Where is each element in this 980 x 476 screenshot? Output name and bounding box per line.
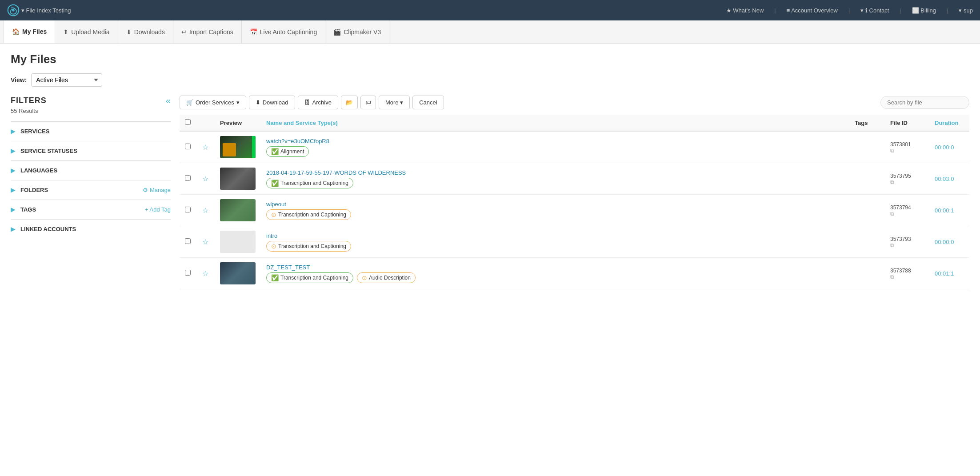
table-row: ☆ intro ⊙ Transcription and Captioning [180, 226, 969, 258]
row-checkbox[interactable] [185, 270, 191, 276]
archive-button[interactable]: 🗄 Archive [298, 96, 338, 109]
copy-icon[interactable]: ⧉ [890, 242, 924, 248]
filter-services-header[interactable]: ▶ SERVICES [11, 126, 171, 136]
archive-icon: 🗄 [304, 99, 310, 106]
row-preview-cell [215, 131, 261, 163]
filter-services-label: SERVICES [20, 128, 50, 135]
file-name-link[interactable]: wipeout [266, 201, 286, 208]
download-button[interactable]: ⬇ Download [249, 96, 295, 109]
filter-languages-header[interactable]: ▶ LANGUAGES [11, 165, 171, 176]
clock-icon: ⊙ [362, 274, 367, 281]
cart-icon: 🛒 [186, 99, 193, 106]
copy-icon[interactable]: ⧉ [890, 179, 924, 185]
support-link[interactable]: ▾ sup [959, 7, 973, 14]
tab-my-files[interactable]: 🏠 My Files [4, 20, 55, 43]
chevron-right-icon: ▶ [11, 148, 15, 154]
row-checkbox-cell [180, 131, 196, 163]
row-file-id-cell: 3573793 ⧉ [885, 226, 929, 258]
preview-thumbnail [220, 231, 256, 253]
row-duration-cell: 00:03:0 [929, 163, 969, 195]
file-name-link[interactable]: watch?v=e3uOMCfopR8 [266, 138, 329, 144]
billing-link[interactable]: ⬜ Billing [912, 7, 936, 14]
chevron-right-icon: ▶ [11, 167, 15, 174]
col-header-checkbox [180, 115, 196, 131]
row-tags-cell [849, 195, 885, 226]
app-logo[interactable] [7, 4, 20, 16]
row-name-cell: intro ⊙ Transcription and Captioning [261, 226, 849, 258]
tab-clipmaker[interactable]: 🎬 Clipmaker V3 [325, 20, 389, 43]
filter-languages-label: LANGUAGES [20, 167, 57, 174]
col-header-duration[interactable]: Duration [929, 115, 969, 131]
tags-add-link[interactable]: + Add Tag [145, 206, 171, 213]
col-header-name[interactable]: Name and Service Type(s) [261, 115, 849, 131]
row-tags-cell [849, 163, 885, 195]
check-circle-icon: ✅ [271, 148, 279, 155]
copy-icon[interactable]: ⧉ [890, 148, 924, 154]
star-button[interactable]: ☆ [201, 237, 209, 247]
filter-section-service-statuses: ▶ SERVICE STATUSES [11, 141, 171, 160]
clock-icon: ⊙ [271, 211, 276, 218]
filter-section-tags: ▶ TAGS + Add Tag [11, 200, 171, 219]
row-file-id-cell: 3573794 ⧉ [885, 195, 929, 226]
contact-link[interactable]: ▾ ℹ Contact [860, 7, 889, 14]
upload-icon: ⬆ [63, 28, 68, 36]
tab-upload-media[interactable]: ⬆ Upload Media [55, 20, 118, 43]
row-checkbox[interactable] [185, 238, 191, 244]
cancel-button[interactable]: Cancel [412, 96, 444, 109]
file-name-link[interactable]: 2018-04-19-17-59-55-197-WORDS OF WILDERN… [266, 169, 406, 176]
more-button[interactable]: More ▾ [379, 96, 410, 109]
row-preview-cell [215, 258, 261, 289]
top-nav-links: ★ What's New | ≡ Account Overview | ▾ ℹ … [726, 7, 973, 14]
table-body: ☆ watch?v=e3uOMCfopR8 [180, 131, 969, 289]
duration-value: 00:00:1 [935, 207, 954, 214]
badge-container: ✅ Transcription and Captioning [266, 176, 844, 188]
badge-container: ✅ Alignment [266, 144, 844, 157]
file-name-link[interactable]: DZ_TEST_TEST [266, 264, 310, 271]
row-checkbox[interactable] [185, 175, 191, 181]
search-input[interactable] [887, 99, 963, 106]
filter-linked-accounts-header[interactable]: ▶ LINKED ACCOUNTS [11, 224, 171, 234]
star-button[interactable]: ☆ [201, 142, 209, 152]
row-duration-cell: 00:00:0 [929, 226, 969, 258]
sidebar-collapse-button[interactable]: « [166, 96, 171, 106]
project-dropdown[interactable]: ▾ File Index Testing [21, 7, 71, 14]
view-label: View: [11, 76, 27, 84]
search-box [880, 96, 969, 109]
tag-button[interactable]: 🏷 [360, 96, 376, 109]
tag-icon: 🏷 [365, 99, 371, 106]
row-preview-cell [215, 163, 261, 195]
row-checkbox[interactable] [185, 207, 191, 212]
table-row: ☆ watch?v=e3uOMCfopR8 [180, 131, 969, 163]
page-title: My Files [11, 52, 969, 66]
row-tags-cell [849, 258, 885, 289]
copy-icon[interactable]: ⧉ [890, 211, 924, 217]
account-overview-link[interactable]: ≡ Account Overview [787, 7, 838, 14]
badge-container: ✅ Transcription and Captioning ⊙ Audio D… [266, 271, 844, 283]
tab-live-auto-captioning[interactable]: 📅 Live Auto Captioning [242, 20, 325, 43]
view-select[interactable]: Active Files Archived Files All Files [31, 73, 102, 87]
main-layout: FILTERS « 55 Results ▶ SERVICES ▶ SERVIC… [11, 96, 969, 289]
folders-manage-link[interactable]: ⚙ Manage [143, 187, 171, 193]
filter-service-statuses-header[interactable]: ▶ SERVICE STATUSES [11, 146, 171, 156]
folder-button[interactable]: 📂 [341, 96, 358, 109]
star-button[interactable]: ☆ [201, 174, 209, 184]
select-all-checkbox[interactable] [185, 119, 191, 125]
col-header-tags: Tags [849, 115, 885, 131]
whats-new-link[interactable]: ★ What's New [726, 7, 764, 14]
filter-tags-header[interactable]: ▶ TAGS + Add Tag [11, 204, 171, 215]
row-tags-cell [849, 226, 885, 258]
col-header-star [196, 115, 215, 131]
order-services-button[interactable]: 🛒 Order Services ▾ [180, 96, 246, 109]
calendar-icon: 📅 [250, 28, 257, 36]
filter-section-services: ▶ SERVICES [11, 121, 171, 141]
star-button[interactable]: ☆ [201, 205, 209, 216]
tab-import-captions[interactable]: ↩ Import Captions [173, 20, 242, 43]
row-checkbox[interactable] [185, 144, 191, 149]
star-button[interactable]: ☆ [201, 268, 209, 279]
filter-folders-header[interactable]: ▶ FOLDERS ⚙ Manage [11, 185, 171, 195]
chevron-right-icon: ▶ [11, 187, 15, 193]
copy-icon[interactable]: ⧉ [890, 274, 924, 280]
check-circle-icon: ✅ [271, 180, 279, 187]
tab-downloads[interactable]: ⬇ Downloads [118, 20, 173, 43]
file-name-link[interactable]: intro [266, 232, 277, 239]
